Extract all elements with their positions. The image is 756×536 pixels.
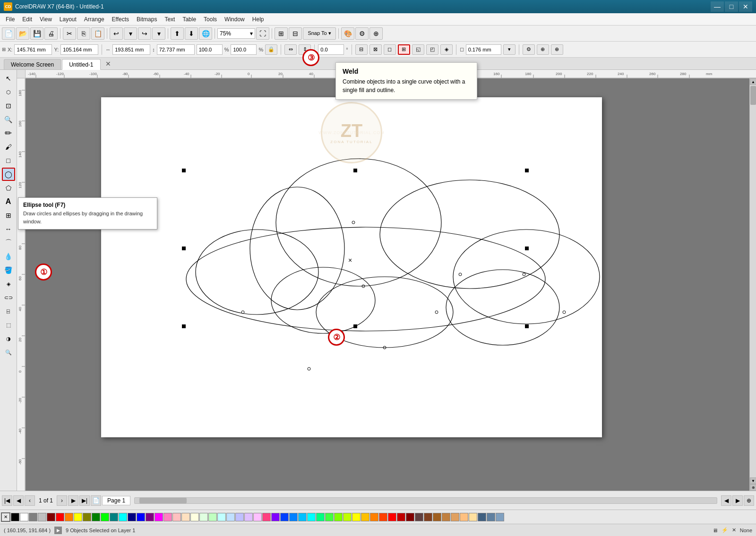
menu-tools[interactable]: Tools [200, 15, 221, 24]
color-steel[interactable] [478, 513, 486, 521]
copy-button[interactable]: ⎘ [77, 27, 90, 40]
color-cyan[interactable] [119, 513, 127, 521]
simplify-button[interactable]: ◻ [384, 44, 396, 55]
table-tool[interactable]: ⊞ [2, 209, 15, 222]
color-aqua[interactable] [307, 513, 316, 521]
menu-file[interactable]: File [2, 15, 18, 24]
intersect-button[interactable]: ⊠ [369, 44, 382, 55]
height-input[interactable]: 72.737 mm [157, 44, 195, 55]
tab-add-button[interactable]: ✕ [102, 58, 115, 69]
zoom-selector[interactable]: 75% ▾ [217, 28, 255, 39]
scroll-h-thumb[interactable] [139, 498, 187, 503]
color-light-cyan[interactable] [217, 513, 226, 521]
smart-fill-tool[interactable]: ◈ [2, 277, 15, 290]
zoom-tool[interactable]: 🔍 [2, 113, 15, 126]
text-tool[interactable]: A [2, 195, 15, 208]
add-page-button[interactable]: 📄 [91, 495, 101, 506]
scale-x-input[interactable] [197, 44, 223, 55]
scrollbar-vertical[interactable]: ▲ ▼ ⊕ [749, 78, 756, 491]
next-page-button[interactable]: ▶ [68, 495, 78, 506]
color-mgmt-button[interactable]: 🎨 [341, 27, 354, 40]
color-brown[interactable] [424, 513, 432, 521]
node-tool[interactable]: ⬡ [2, 85, 15, 99]
color-rose[interactable] [262, 513, 271, 521]
extrude-tool[interactable]: ⬚ [2, 318, 15, 332]
prev-arrow[interactable]: ‹ [25, 495, 35, 506]
dimension-tool[interactable]: ↔ [2, 222, 15, 236]
color-maroon[interactable] [47, 513, 55, 521]
play-button[interactable]: ▶ [54, 527, 62, 534]
grid-button[interactable]: ⊞ [275, 27, 288, 40]
envelope-tool[interactable]: ⌸ [2, 305, 15, 318]
extra-button[interactable]: ⊕ [369, 27, 383, 40]
color-orange[interactable] [65, 513, 73, 521]
color-black[interactable] [11, 513, 19, 521]
create-boundary-button[interactable]: ◈ [440, 44, 453, 55]
scroll-v-thumb[interactable] [750, 86, 756, 105]
color-yellow[interactable] [74, 513, 82, 521]
color-wheat[interactable] [451, 513, 459, 521]
color-purple[interactable] [146, 513, 154, 521]
color-navy[interactable] [128, 513, 136, 521]
color-light-yellow[interactable] [190, 513, 199, 521]
menu-arrange[interactable]: Arrange [80, 15, 108, 24]
color-olive[interactable] [83, 513, 91, 521]
color-red2[interactable] [388, 513, 396, 521]
color-khaki[interactable] [442, 513, 450, 521]
scroll-expand-button[interactable]: ⊕ [750, 484, 756, 491]
color-magenta[interactable] [155, 513, 163, 521]
color-pink[interactable] [163, 513, 172, 521]
polygon-tool[interactable]: ⬠ [2, 181, 15, 195]
color-brown-dark[interactable] [415, 513, 423, 521]
color-spring[interactable] [316, 513, 325, 521]
color-red-orange[interactable] [379, 513, 387, 521]
page-name[interactable]: Page 1 [102, 496, 130, 505]
color-cadet[interactable] [487, 513, 495, 521]
fill-tool[interactable]: 🪣 [2, 264, 15, 277]
color-violet[interactable] [271, 513, 280, 521]
scroll-v-track[interactable] [750, 85, 756, 477]
export-button[interactable]: ⬇ [185, 27, 198, 40]
color-dark-red[interactable] [406, 513, 414, 521]
selector-tool[interactable]: ↖ [2, 72, 15, 85]
color-crimson[interactable] [397, 513, 405, 521]
full-screen-button[interactable]: ⛶ [256, 27, 269, 40]
artistic-media-tool[interactable]: 🖌 [2, 140, 15, 153]
redo-arrow[interactable]: ▾ [152, 27, 165, 40]
redo-button[interactable]: ↪ [138, 27, 151, 40]
color-tan[interactable] [433, 513, 441, 521]
tab-untitled[interactable]: Untitled-1 [62, 59, 100, 70]
snap-button[interactable]: Snap To ▾ [303, 27, 336, 40]
convert-button[interactable]: ⊕ [537, 44, 549, 55]
new-button[interactable]: 📄 [2, 27, 15, 40]
color-dropper-tool[interactable]: 🔍 [2, 346, 15, 359]
scale-y-input[interactable] [231, 44, 257, 55]
no-fill-swatch[interactable]: ✕ [1, 512, 10, 522]
print-button[interactable]: 🖨 [44, 27, 58, 40]
menu-window[interactable]: Window [221, 15, 249, 24]
color-azure[interactable] [289, 513, 298, 521]
weld-button[interactable]: ⊞ [398, 44, 410, 55]
menu-effects[interactable]: Effects [108, 15, 133, 24]
menu-bitmaps[interactable]: Bitmaps [133, 15, 161, 24]
color-yellow-green[interactable] [334, 513, 343, 521]
tab-welcome[interactable]: Welcome Screen [4, 59, 61, 69]
lock-aspect-button[interactable]: 🔒 [265, 44, 277, 55]
color-light-green[interactable] [199, 513, 208, 521]
options-button[interactable]: ⚙ [355, 27, 369, 40]
undo-button[interactable]: ↩ [110, 27, 123, 40]
cut-button[interactable]: ✂ [63, 27, 76, 40]
width-input[interactable]: 193.851 mm [112, 44, 150, 55]
color-white[interactable] [20, 513, 28, 521]
next-arrow[interactable]: › [57, 495, 67, 506]
open-button[interactable]: 📂 [16, 27, 29, 40]
menu-table[interactable]: Table [179, 15, 200, 24]
import-button[interactable]: ⬆ [171, 27, 184, 40]
color-green[interactable] [92, 513, 100, 521]
last-page-button[interactable]: ▶| [79, 495, 90, 506]
save-button[interactable]: 💾 [30, 27, 43, 40]
maximize-button[interactable]: □ [725, 1, 738, 12]
color-sky[interactable] [226, 513, 235, 521]
color-amber[interactable] [361, 513, 369, 521]
color-slate[interactable] [496, 513, 504, 521]
